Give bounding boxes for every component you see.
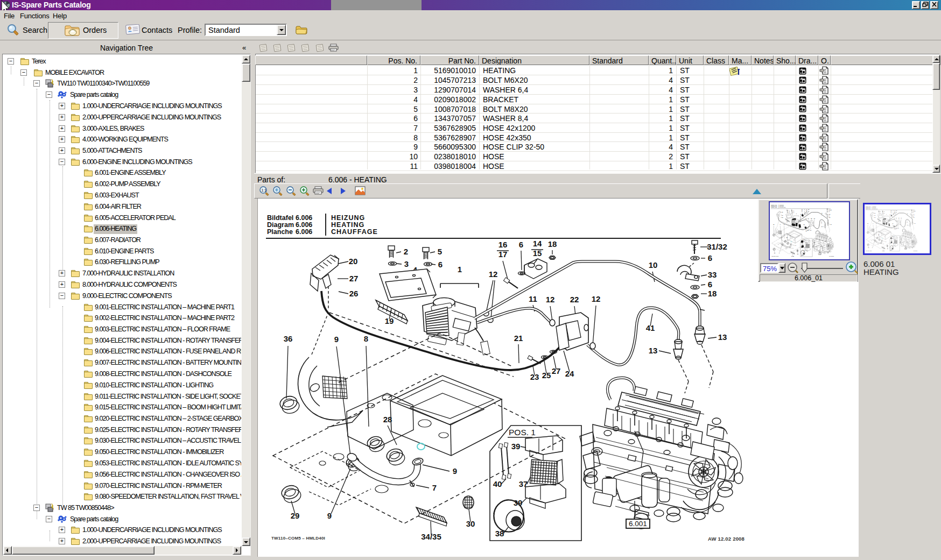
svg-text:Planche: Planche <box>267 228 293 236</box>
svg-text:26: 26 <box>349 289 359 298</box>
svg-text:AW 12.02 2008: AW 12.02 2008 <box>708 536 745 542</box>
svg-text:6.001: 6.001 <box>629 520 647 528</box>
svg-text:1:1: 1:1 <box>262 188 267 192</box>
svg-text:12: 12 <box>489 270 498 279</box>
svg-text:21: 21 <box>514 334 523 343</box>
svg-text:9: 9 <box>453 466 457 476</box>
svg-text:12: 12 <box>546 295 555 304</box>
svg-text:18: 18 <box>548 239 557 249</box>
svg-text:POS. 1: POS. 1 <box>509 428 536 437</box>
svg-text:6.006: 6.006 <box>296 214 312 222</box>
svg-text:9: 9 <box>334 335 339 344</box>
svg-text:29: 29 <box>291 511 300 520</box>
svg-text:13: 13 <box>718 332 727 342</box>
svg-text:6: 6 <box>519 240 523 249</box>
svg-text:14: 14 <box>533 239 542 248</box>
svg-text:16: 16 <box>498 240 508 249</box>
svg-text:3: 3 <box>404 259 409 268</box>
svg-text:Diagram: Diagram <box>267 221 294 229</box>
svg-text:HEIZUNG: HEIZUNG <box>331 214 365 222</box>
svg-text:6.006: 6.006 <box>296 221 312 229</box>
svg-text:11: 11 <box>529 294 537 303</box>
svg-text:6: 6 <box>438 260 443 269</box>
svg-text:10: 10 <box>649 260 658 270</box>
svg-text:Bildtafel: Bildtafel <box>267 214 293 222</box>
svg-text:12: 12 <box>592 294 601 303</box>
svg-text:HEATING: HEATING <box>331 221 364 229</box>
svg-text:40: 40 <box>493 479 502 488</box>
svg-text:33: 33 <box>708 270 717 279</box>
svg-text:1: 1 <box>458 265 462 274</box>
svg-text:6.006: 6.006 <box>296 228 312 236</box>
svg-text:9: 9 <box>327 511 332 520</box>
svg-text:6: 6 <box>708 280 712 289</box>
svg-text:2: 2 <box>404 247 408 256</box>
svg-text:6: 6 <box>708 253 712 263</box>
svg-text:7: 7 <box>432 483 437 492</box>
svg-text:CHAUFFAGE: CHAUFFAGE <box>331 228 378 236</box>
svg-text:39: 39 <box>511 442 521 451</box>
svg-text:31/32: 31/32 <box>707 242 727 251</box>
svg-text:TW110–COM5 – HMLD40I: TW110–COM5 – HMLD40I <box>271 536 325 541</box>
svg-text:18: 18 <box>708 289 717 298</box>
svg-text:5: 5 <box>438 247 442 256</box>
svg-text:27: 27 <box>349 274 359 283</box>
svg-text:22: 22 <box>570 295 579 304</box>
svg-text:20: 20 <box>349 257 358 266</box>
svg-text:13: 13 <box>649 346 658 355</box>
svg-text:24: 24 <box>565 369 574 378</box>
svg-text:8: 8 <box>364 334 368 343</box>
svg-text:36: 36 <box>284 334 293 343</box>
